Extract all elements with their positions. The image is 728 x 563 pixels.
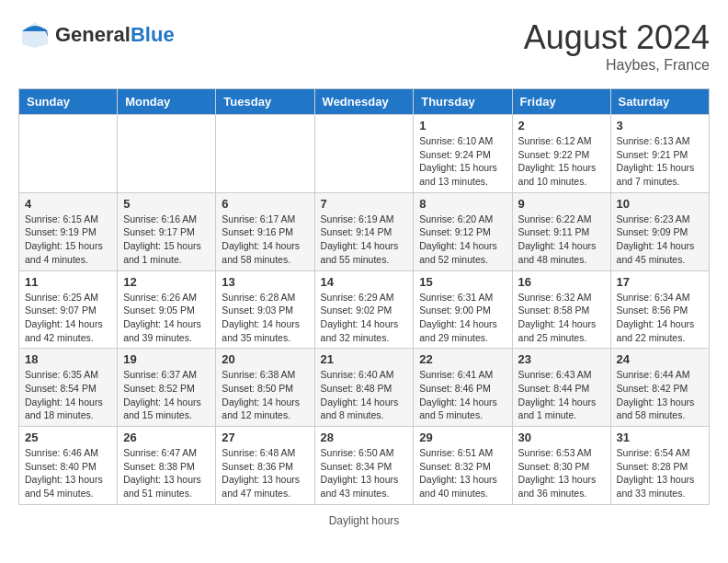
calendar-cell: 5Sunrise: 6:16 AM Sunset: 9:17 PM Daylig… xyxy=(118,192,216,270)
day-number: 12 xyxy=(123,275,210,289)
calendar-cell: 6Sunrise: 6:17 AM Sunset: 9:16 PM Daylig… xyxy=(216,192,314,270)
calendar-week-row: 25Sunrise: 6:46 AM Sunset: 8:40 PM Dayli… xyxy=(19,427,710,505)
calendar-cell: 29Sunrise: 6:51 AM Sunset: 8:32 PM Dayli… xyxy=(414,427,512,505)
day-number: 9 xyxy=(518,197,605,211)
day-info: Sunrise: 6:17 AM Sunset: 9:16 PM Dayligh… xyxy=(222,213,308,267)
calendar-header-row: SundayMondayTuesdayWednesdayThursdayFrid… xyxy=(19,89,710,115)
day-number: 26 xyxy=(123,431,210,444)
calendar-cell: 19Sunrise: 6:37 AM Sunset: 8:52 PM Dayli… xyxy=(118,349,216,427)
day-info: Sunrise: 6:48 AM Sunset: 8:36 PM Dayligh… xyxy=(222,446,308,500)
day-info: Sunrise: 6:20 AM Sunset: 9:12 PM Dayligh… xyxy=(419,213,506,267)
day-number: 8 xyxy=(419,197,506,211)
day-number: 13 xyxy=(222,275,308,289)
calendar-cell: 10Sunrise: 6:23 AM Sunset: 9:09 PM Dayli… xyxy=(610,192,709,270)
calendar-table: SundayMondayTuesdayWednesdayThursdayFrid… xyxy=(18,88,710,505)
day-number: 17 xyxy=(617,275,703,289)
calendar-day-header: Wednesday xyxy=(314,89,414,115)
calendar-cell: 21Sunrise: 6:40 AM Sunset: 8:48 PM Dayli… xyxy=(314,349,414,427)
location: Haybes, France xyxy=(524,57,710,74)
calendar-cell: 15Sunrise: 6:31 AM Sunset: 9:00 PM Dayli… xyxy=(414,270,512,349)
calendar-cell: 9Sunrise: 6:22 AM Sunset: 9:11 PM Daylig… xyxy=(512,192,610,270)
day-info: Sunrise: 6:47 AM Sunset: 8:38 PM Dayligh… xyxy=(123,446,210,500)
calendar-cell: 30Sunrise: 6:53 AM Sunset: 8:30 PM Dayli… xyxy=(512,427,610,505)
calendar-cell: 26Sunrise: 6:47 AM Sunset: 8:38 PM Dayli… xyxy=(118,427,216,505)
day-info: Sunrise: 6:37 AM Sunset: 8:52 PM Dayligh… xyxy=(123,368,210,422)
calendar-cell: 18Sunrise: 6:35 AM Sunset: 8:54 PM Dayli… xyxy=(19,349,118,427)
day-number: 2 xyxy=(518,119,605,132)
day-number: 4 xyxy=(25,197,111,211)
calendar-cell: 23Sunrise: 6:43 AM Sunset: 8:44 PM Dayli… xyxy=(512,349,610,427)
day-number: 19 xyxy=(123,352,210,366)
calendar-cell: 3Sunrise: 6:13 AM Sunset: 9:21 PM Daylig… xyxy=(610,115,709,193)
day-info: Sunrise: 6:43 AM Sunset: 8:44 PM Dayligh… xyxy=(518,368,605,422)
day-number: 22 xyxy=(419,352,506,366)
day-info: Sunrise: 6:34 AM Sunset: 8:56 PM Dayligh… xyxy=(617,291,703,345)
day-info: Sunrise: 6:29 AM Sunset: 9:02 PM Dayligh… xyxy=(321,291,408,345)
day-info: Sunrise: 6:41 AM Sunset: 8:46 PM Dayligh… xyxy=(419,368,506,422)
day-number: 6 xyxy=(222,197,308,211)
day-number: 18 xyxy=(25,352,111,366)
calendar-cell xyxy=(118,115,216,193)
day-number: 3 xyxy=(617,119,703,132)
calendar-cell: 27Sunrise: 6:48 AM Sunset: 8:36 PM Dayli… xyxy=(216,427,314,505)
logo-icon xyxy=(18,18,51,52)
calendar-cell xyxy=(314,115,414,193)
calendar-cell: 8Sunrise: 6:20 AM Sunset: 9:12 PM Daylig… xyxy=(414,192,512,270)
calendar-cell: 17Sunrise: 6:34 AM Sunset: 8:56 PM Dayli… xyxy=(610,270,709,349)
day-info: Sunrise: 6:53 AM Sunset: 8:30 PM Dayligh… xyxy=(518,446,605,500)
footer: Daylight hours xyxy=(18,514,710,527)
day-info: Sunrise: 6:19 AM Sunset: 9:14 PM Dayligh… xyxy=(321,213,408,267)
logo-text: GeneralBlue xyxy=(55,23,175,47)
day-info: Sunrise: 6:28 AM Sunset: 9:03 PM Dayligh… xyxy=(222,291,308,345)
calendar-day-header: Monday xyxy=(118,89,216,115)
calendar-cell: 31Sunrise: 6:54 AM Sunset: 8:28 PM Dayli… xyxy=(610,427,709,505)
daylight-hours-label: Daylight hours xyxy=(329,514,400,527)
calendar-day-header: Tuesday xyxy=(216,89,314,115)
day-info: Sunrise: 6:32 AM Sunset: 8:58 PM Dayligh… xyxy=(518,291,605,345)
calendar-cell: 11Sunrise: 6:25 AM Sunset: 9:07 PM Dayli… xyxy=(19,270,118,349)
calendar-week-row: 1Sunrise: 6:10 AM Sunset: 9:24 PM Daylig… xyxy=(19,115,710,193)
day-number: 23 xyxy=(518,352,605,366)
calendar-cell: 2Sunrise: 6:12 AM Sunset: 9:22 PM Daylig… xyxy=(512,115,610,193)
day-info: Sunrise: 6:22 AM Sunset: 9:11 PM Dayligh… xyxy=(518,213,605,267)
day-info: Sunrise: 6:35 AM Sunset: 8:54 PM Dayligh… xyxy=(25,368,111,422)
day-info: Sunrise: 6:16 AM Sunset: 9:17 PM Dayligh… xyxy=(123,213,210,267)
day-info: Sunrise: 6:40 AM Sunset: 8:48 PM Dayligh… xyxy=(321,368,408,422)
day-info: Sunrise: 6:31 AM Sunset: 9:00 PM Dayligh… xyxy=(419,291,506,345)
day-info: Sunrise: 6:26 AM Sunset: 9:05 PM Dayligh… xyxy=(123,291,210,345)
calendar-day-header: Sunday xyxy=(19,89,118,115)
calendar-cell: 4Sunrise: 6:15 AM Sunset: 9:19 PM Daylig… xyxy=(19,192,118,270)
day-info: Sunrise: 6:51 AM Sunset: 8:32 PM Dayligh… xyxy=(419,446,506,500)
calendar-cell: 13Sunrise: 6:28 AM Sunset: 9:03 PM Dayli… xyxy=(216,270,314,349)
day-number: 25 xyxy=(25,431,111,444)
day-number: 20 xyxy=(222,352,308,366)
day-number: 5 xyxy=(123,197,210,211)
day-info: Sunrise: 6:54 AM Sunset: 8:28 PM Dayligh… xyxy=(617,446,703,500)
day-number: 28 xyxy=(321,431,408,444)
day-number: 10 xyxy=(617,197,703,211)
day-info: Sunrise: 6:12 AM Sunset: 9:22 PM Dayligh… xyxy=(518,134,605,189)
day-info: Sunrise: 6:38 AM Sunset: 8:50 PM Dayligh… xyxy=(222,368,308,422)
day-number: 1 xyxy=(419,119,506,132)
page-header: GeneralBlue August 2024 Haybes, France xyxy=(18,18,710,74)
calendar-cell: 22Sunrise: 6:41 AM Sunset: 8:46 PM Dayli… xyxy=(414,349,512,427)
calendar-cell xyxy=(19,115,118,193)
day-number: 21 xyxy=(321,352,408,366)
day-info: Sunrise: 6:50 AM Sunset: 8:34 PM Dayligh… xyxy=(321,446,408,500)
calendar-cell: 14Sunrise: 6:29 AM Sunset: 9:02 PM Dayli… xyxy=(314,270,414,349)
day-info: Sunrise: 6:10 AM Sunset: 9:24 PM Dayligh… xyxy=(419,134,506,189)
calendar-cell: 25Sunrise: 6:46 AM Sunset: 8:40 PM Dayli… xyxy=(19,427,118,505)
calendar-cell: 1Sunrise: 6:10 AM Sunset: 9:24 PM Daylig… xyxy=(414,115,512,193)
month-title: August 2024 xyxy=(524,18,710,57)
calendar-day-header: Thursday xyxy=(414,89,512,115)
day-number: 16 xyxy=(518,275,605,289)
calendar-week-row: 11Sunrise: 6:25 AM Sunset: 9:07 PM Dayli… xyxy=(19,270,710,349)
day-number: 7 xyxy=(321,197,408,211)
day-number: 30 xyxy=(518,431,605,444)
day-info: Sunrise: 6:25 AM Sunset: 9:07 PM Dayligh… xyxy=(25,291,111,345)
day-number: 27 xyxy=(222,431,308,444)
logo: GeneralBlue xyxy=(18,18,175,52)
calendar-day-header: Friday xyxy=(512,89,610,115)
calendar-cell: 16Sunrise: 6:32 AM Sunset: 8:58 PM Dayli… xyxy=(512,270,610,349)
day-number: 11 xyxy=(25,275,111,289)
